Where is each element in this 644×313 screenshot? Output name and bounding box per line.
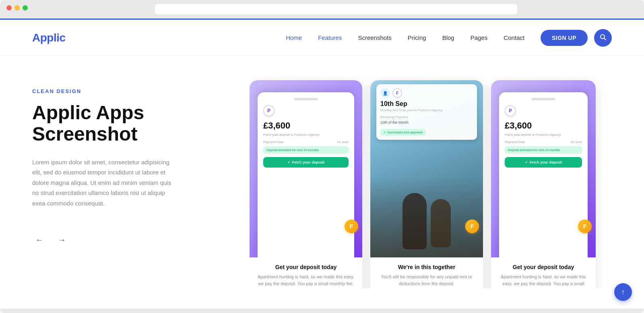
phone-header-row-1: P (263, 105, 349, 116)
url-bar[interactable] (155, 4, 517, 15)
signup-button[interactable]: SIGN UP (541, 30, 588, 46)
next-arrow-button[interactable]: → (55, 232, 69, 247)
phone-screen-3: P £3,600 Patch paid deposit to Foxtons's… (491, 80, 596, 257)
phone-cta-label-1: Fetch your deposit (292, 160, 325, 164)
phone-cta-1[interactable]: ✓ Fetch your deposit (263, 157, 349, 168)
phone-screen-1: P £3,600 Patch paid deposit to Foxtons's… (250, 80, 362, 257)
phone-bottom-1: Get your deposit today Apartment hunting… (250, 257, 362, 288)
recurring-label: Recurring Payment (380, 115, 473, 119)
nav-blog[interactable]: Blog (442, 34, 454, 41)
svg-line-1 (604, 38, 606, 40)
search-button[interactable] (594, 29, 612, 47)
phone-notch-1 (294, 98, 318, 100)
recurring-value: 10th of the Month (380, 120, 473, 124)
section-description: Lorem ipsum dolor sit amet, consectetur … (32, 157, 177, 209)
page: Applic Home Features Screenshots Pricing… (0, 19, 644, 309)
phone-card-desc-1: Apartment hunting is hard, so we made th… (256, 274, 356, 287)
phone-card-3: P £3,600 Patch paid deposit to Foxtons's… (491, 80, 596, 288)
phone-date-label-1: Payment Date (263, 140, 284, 144)
phone-screen-2: 👤 F 10th Sep Monthly rent to be paid to … (370, 80, 483, 257)
phone-date-row-3: Payment Date 24 June (505, 140, 582, 144)
minimize-dot[interactable] (14, 5, 20, 10)
gold-badge-2: F (465, 220, 479, 233)
sep-date: 10th Sep (380, 100, 473, 108)
browser-dots (6, 5, 28, 10)
phone-inner-1: P £3,600 Patch paid deposit to Foxtons's… (258, 92, 354, 257)
section-title: Applic Apps Screenshot (32, 102, 233, 145)
phone-logo-1: P (263, 105, 275, 116)
phone-date-label-3: Payment Date (505, 140, 525, 144)
phone-card-1: P £3,600 Patch paid deposit to Foxtons's… (250, 80, 362, 288)
phone-card-title-1: Get your deposit today (256, 264, 356, 270)
nav-pricing[interactable]: Pricing (408, 34, 426, 41)
phone-green-box-3: Deposit activated for next 24 months (505, 146, 582, 154)
phone-logo-3: P (505, 105, 516, 116)
phone-card-2: 👤 F 10th Sep Monthly rent to be paid to … (370, 80, 483, 288)
phone-avatar-2: 👤 (380, 88, 390, 98)
prev-arrow-button[interactable]: ← (32, 232, 47, 247)
left-section: CLEAN DESIGN Applic Apps Screenshot Lore… (32, 76, 233, 288)
main-nav: Home Features Screenshots Pricing Blog P… (286, 34, 524, 41)
nav-home[interactable]: Home (286, 34, 302, 41)
phone-date-row-1: Payment Date 24 June (263, 140, 349, 144)
close-dot[interactable] (6, 5, 12, 10)
phone-badge-2: F (392, 88, 402, 98)
phone-date-value-1: 24 June (337, 140, 349, 144)
phone-amount-1: £3,600 (263, 120, 349, 131)
phone-card-title-3: Get your deposit today (497, 264, 589, 270)
browser-toolbar (0, 0, 644, 19)
carousel-nav: ← → (32, 232, 233, 247)
phones-container: P £3,600 Patch paid deposit to Foxtons's… (250, 76, 612, 288)
phone-notch-3 (531, 98, 555, 100)
sep-sub: Monthly rent to be paid to Foxtons's Age… (380, 108, 473, 112)
browser-frame: Applic Home Features Screenshots Pricing… (0, 0, 644, 313)
phone-inner-3: P £3,600 Patch paid deposit to Foxtons's… (499, 92, 588, 257)
main-content: CLEAN DESIGN Applic Apps Screenshot Lore… (0, 56, 644, 309)
scroll-top-button[interactable]: ↑ (614, 283, 632, 301)
phone-cta-3[interactable]: ✓ Fetch your deposit (505, 157, 582, 168)
nav-screenshots[interactable]: Screenshots (358, 34, 391, 41)
checkmark-icon-1: ✓ (287, 160, 291, 164)
phone-green-box-1: Deposit activated for next 24 months (263, 146, 349, 154)
phone-sub-1: Patch paid deposit to Foxtons's Agency (263, 133, 349, 137)
phone-date-value-3: 24 June (571, 140, 582, 144)
phone-bottom-2: We're in this together You'll still be r… (370, 257, 483, 288)
success-badge: ✓ Successful rent payment (380, 129, 426, 136)
phone-card-title-2: We're in this together (377, 264, 477, 270)
search-icon (600, 34, 606, 42)
nav-contact[interactable]: Contact (504, 34, 524, 41)
phone-cta-label-3: Fetch your deposit (530, 160, 562, 164)
checkmark-icon-3: ✓ (525, 160, 528, 164)
gold-badge-3: F (578, 220, 592, 233)
phone-header-row-3: P (505, 105, 582, 116)
logo[interactable]: Applic (32, 31, 66, 44)
nav-features[interactable]: Features (318, 34, 342, 41)
maximize-dot[interactable] (23, 5, 28, 10)
phone-bottom-3: Get your deposit today Apartment hunting… (491, 257, 596, 288)
scroll-up-icon: ↑ (621, 288, 625, 296)
phone-amount-3: £3,600 (505, 120, 582, 131)
gold-badge-1: F (345, 220, 358, 233)
header: Applic Home Features Screenshots Pricing… (0, 20, 644, 56)
section-tag: CLEAN DESIGN (32, 88, 233, 94)
phone-sub-3: Patch paid deposit to Foxtons's Agency (505, 133, 582, 137)
phone-card-desc-3: Apartment hunting is hard, so we made th… (497, 274, 589, 288)
nav-pages[interactable]: Pages (471, 34, 488, 41)
people-silhouette (402, 193, 451, 249)
floating-card-2: 👤 F 10th Sep Monthly rent to be paid to … (376, 84, 477, 140)
phone-card-desc-2: You'll still be responsible for any unpa… (377, 274, 477, 287)
